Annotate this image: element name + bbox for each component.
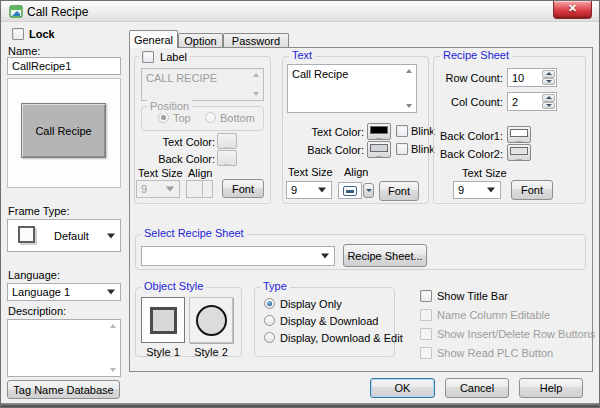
recipe-sheet-caption: Recipe Sheet — [440, 49, 512, 62]
col-count-value: 2 — [512, 96, 518, 108]
style1-button[interactable] — [141, 297, 185, 343]
arrow-up-icon — [546, 96, 552, 99]
back-color2-button[interactable]: ... — [507, 144, 531, 161]
label-group-caption: Label — [139, 49, 190, 64]
type-display-only-radio[interactable] — [264, 298, 275, 309]
label-align-dropdown — [202, 180, 213, 198]
help-button[interactable]: Help — [519, 378, 583, 398]
text-group-caption: Text — [289, 49, 315, 62]
label-checkbox[interactable] — [142, 51, 154, 63]
sheet-font-button[interactable]: Font — [511, 180, 553, 200]
align-dropdown-button[interactable] — [363, 183, 374, 198]
tab-general[interactable]: General — [129, 30, 178, 48]
label-text-size-label: Text Size — [138, 167, 183, 180]
text-font-button[interactable]: Font — [379, 181, 419, 201]
label-text-color-button: ... — [217, 133, 237, 149]
type-display-download-edit-label: Display, Download & Edit — [280, 332, 403, 345]
spin-down-button[interactable] — [542, 102, 555, 110]
frame-square-icon — [18, 226, 35, 243]
sheet-text-size-value: 9 — [458, 184, 464, 196]
language-value: Language 1 — [12, 286, 70, 298]
align-button[interactable] — [338, 182, 362, 199]
window-title: Call Recipe — [27, 5, 88, 19]
scroll-down-icon[interactable] — [110, 368, 116, 372]
spin-up-button[interactable] — [542, 70, 555, 78]
ellipsis-icon: ... — [508, 137, 530, 142]
scroll-down-icon[interactable] — [406, 104, 412, 108]
spin-up-button[interactable] — [542, 94, 555, 102]
arrow-down-icon — [546, 104, 552, 107]
arrow-up-icon — [546, 72, 552, 75]
text-size-value: 9 — [291, 184, 297, 196]
text-back-color-label: Back Color: — [286, 144, 364, 157]
ok-button[interactable]: OK — [370, 378, 435, 398]
type-caption: Type — [260, 280, 290, 293]
lock-label: Lock — [29, 28, 55, 41]
name-input[interactable]: CallRecipe1 — [7, 57, 121, 75]
row-count-spinner[interactable]: 10 — [507, 68, 557, 87]
arrow-down-icon — [546, 80, 552, 83]
circle-style-icon — [196, 305, 227, 336]
sheet-text-size-combo[interactable]: 9 — [453, 181, 501, 199]
show-read-plc-checkbox — [420, 347, 432, 359]
back-blink-label: Blink — [411, 143, 435, 156]
label-text-color-label: Text Color: — [135, 136, 215, 149]
text-size-label: Text Size — [288, 166, 333, 179]
col-count-label: Col Count: — [439, 96, 503, 109]
tag-name-database-button[interactable]: Tag Name Database — [7, 380, 120, 399]
description-textarea[interactable] — [7, 319, 121, 377]
align-center-icon — [343, 186, 357, 196]
label-textarea: CALL RECIPE — [141, 68, 264, 101]
call-recipe-dialog: Call Recipe ✕ Lock Name: CallRecipe1 Cal… — [0, 0, 600, 408]
dropdown-arrow-icon — [366, 189, 372, 192]
label-font-button[interactable]: Font — [222, 179, 264, 198]
text-size-combo[interactable]: 9 — [286, 181, 332, 199]
position-bottom-radio — [205, 112, 216, 123]
text-back-color-button[interactable]: ... — [367, 141, 391, 158]
frame-type-combo[interactable]: Default — [7, 219, 121, 252]
text-color-label: Text Color: — [286, 126, 364, 139]
label-back-color-label: Back Color: — [135, 153, 215, 166]
close-button[interactable]: ✕ — [553, 1, 592, 19]
back-color1-button[interactable]: ... — [507, 126, 531, 143]
scroll-up-icon[interactable] — [406, 69, 412, 73]
type-display-download-edit-radio[interactable] — [264, 332, 275, 343]
cancel-button[interactable]: Cancel — [445, 378, 509, 398]
label-text-size-value: 9 — [141, 183, 147, 195]
dropdown-arrow-icon — [166, 187, 174, 192]
show-insert-delete-row-checkbox — [420, 328, 432, 340]
ellipsis-icon: ... — [218, 160, 236, 165]
preview-label: Call Recipe — [35, 125, 91, 137]
type-display-download-radio[interactable] — [264, 315, 275, 326]
scroll-up-icon[interactable] — [110, 324, 116, 328]
label-caption-text: Label — [160, 51, 187, 63]
spin-down-button[interactable] — [542, 78, 555, 86]
style2-button[interactable] — [189, 297, 233, 343]
position-bottom-label: Bottom — [220, 112, 255, 125]
text-textarea[interactable]: Call Recipe — [287, 64, 417, 113]
style1-label: Style 1 — [141, 346, 185, 359]
show-title-bar-checkbox[interactable] — [420, 290, 432, 302]
lock-checkbox[interactable] — [12, 28, 24, 40]
type-display-download-label: Display & Download — [280, 315, 378, 328]
preview-call-recipe-button: Call Recipe — [21, 103, 106, 158]
select-recipe-sheet-combo[interactable] — [141, 246, 335, 266]
frame-type-label: Frame Type: — [8, 205, 70, 218]
text-color-button[interactable]: ... — [367, 123, 391, 140]
text-blink-checkbox[interactable] — [396, 125, 408, 137]
label-back-color-button: ... — [217, 150, 237, 166]
position-top-radio — [158, 112, 169, 123]
back-color1-label: Back Color1: — [437, 130, 503, 143]
col-count-spinner[interactable]: 2 — [507, 92, 557, 111]
ellipsis-icon: ... — [368, 134, 390, 139]
tab-password[interactable]: Password — [223, 33, 289, 47]
window-bottom-frame — [1, 403, 599, 407]
scroll-up-icon — [253, 73, 259, 77]
language-combo[interactable]: Language 1 — [7, 283, 121, 301]
title-bar: Call Recipe ✕ — [1, 1, 599, 22]
ellipsis-icon: ... — [368, 152, 390, 157]
tab-option[interactable]: Option — [178, 33, 223, 47]
recipe-sheet-button[interactable]: Recipe Sheet... — [343, 244, 427, 267]
description-label: Description: — [8, 305, 66, 318]
back-blink-checkbox[interactable] — [396, 143, 408, 155]
